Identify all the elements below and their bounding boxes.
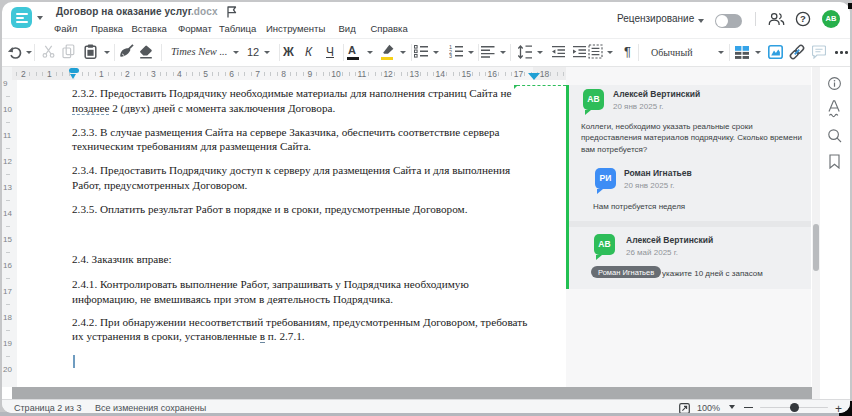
svg-text:3: 3	[449, 53, 452, 58]
svg-text:?: ?	[800, 13, 806, 24]
